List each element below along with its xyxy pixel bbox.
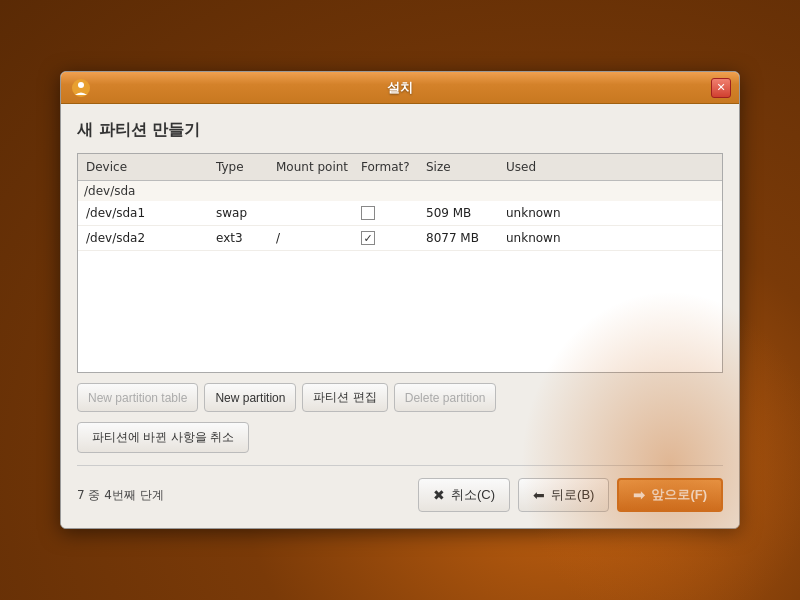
- footer-buttons: ✖ 취소(C) ⬅ 뒤로(B) ➡ 앞으로(F): [418, 478, 723, 512]
- window-body: 새 파티션 만들기 Device Type Mount point Format…: [61, 104, 739, 528]
- back-icon: ⬅: [533, 487, 545, 503]
- close-button[interactable]: ✕: [711, 78, 731, 98]
- revert-button[interactable]: 파티션에 바뀐 사항을 취소: [77, 422, 249, 453]
- cell-type-sda2: ext3: [212, 229, 272, 247]
- cell-format-sda2: [357, 229, 422, 247]
- cell-used-sda2: unknown: [502, 229, 582, 247]
- col-header-format: Format?: [357, 158, 422, 176]
- col-header-type: Type: [212, 158, 272, 176]
- cell-mount-sda1: [272, 211, 357, 215]
- forward-button[interactable]: ➡ 앞으로(F): [617, 478, 723, 512]
- cancel-button[interactable]: ✖ 취소(C): [418, 478, 510, 512]
- title-bar: 설치 ✕: [61, 72, 739, 104]
- col-header-size: Size: [422, 158, 502, 176]
- cancel-label: 취소(C): [451, 486, 495, 504]
- back-label: 뒤로(B): [551, 486, 594, 504]
- page-title: 새 파티션 만들기: [77, 120, 723, 141]
- table-body: /dev/sda /dev/sda1 swap 509 MB unknown /…: [78, 181, 722, 251]
- cell-used-sda1: unknown: [502, 204, 582, 222]
- partition-table[interactable]: Device Type Mount point Format? Size Use…: [77, 153, 723, 373]
- cancel-icon: ✖: [433, 487, 445, 503]
- revert-button-row: 파티션에 바뀐 사항을 취소: [77, 422, 723, 453]
- step-label: 7 중 4번째 단계: [77, 487, 164, 504]
- group-label-sda: /dev/sda: [78, 181, 722, 201]
- footer: 7 중 4번째 단계 ✖ 취소(C) ⬅ 뒤로(B) ➡ 앞으로(F): [77, 478, 723, 512]
- action-button-row: New partition table New partition 파티션 편집…: [77, 383, 723, 412]
- col-header-device: Device: [82, 158, 212, 176]
- main-window: 설치 ✕ 새 파티션 만들기 Device Type Mount point F…: [60, 71, 740, 529]
- window-title: 설치: [387, 79, 413, 97]
- app-icon: [71, 78, 91, 98]
- cell-size-sda1: 509 MB: [422, 204, 502, 222]
- new-partition-table-button[interactable]: New partition table: [77, 383, 198, 412]
- cell-mount-sda2: /: [272, 229, 357, 247]
- table-header: Device Type Mount point Format? Size Use…: [78, 154, 722, 181]
- col-header-used: Used: [502, 158, 582, 176]
- new-partition-button[interactable]: New partition: [204, 383, 296, 412]
- checkbox-sda2[interactable]: [361, 231, 375, 245]
- footer-divider: [77, 465, 723, 466]
- col-header-mount: Mount point: [272, 158, 357, 176]
- table-row[interactable]: /dev/sda1 swap 509 MB unknown: [78, 201, 722, 226]
- back-button[interactable]: ⬅ 뒤로(B): [518, 478, 609, 512]
- table-row[interactable]: /dev/sda2 ext3 / 8077 MB unknown: [78, 226, 722, 251]
- checkbox-sda1[interactable]: [361, 206, 375, 220]
- cell-type-sda1: swap: [212, 204, 272, 222]
- cell-size-sda2: 8077 MB: [422, 229, 502, 247]
- forward-icon: ➡: [633, 487, 645, 503]
- edit-partition-button[interactable]: 파티션 편집: [302, 383, 387, 412]
- forward-label: 앞으로(F): [651, 486, 707, 504]
- cell-format-sda1: [357, 204, 422, 222]
- delete-partition-button[interactable]: Delete partition: [394, 383, 497, 412]
- cell-device-sda2: /dev/sda2: [82, 229, 212, 247]
- svg-point-1: [78, 82, 84, 88]
- cell-device-sda1: /dev/sda1: [82, 204, 212, 222]
